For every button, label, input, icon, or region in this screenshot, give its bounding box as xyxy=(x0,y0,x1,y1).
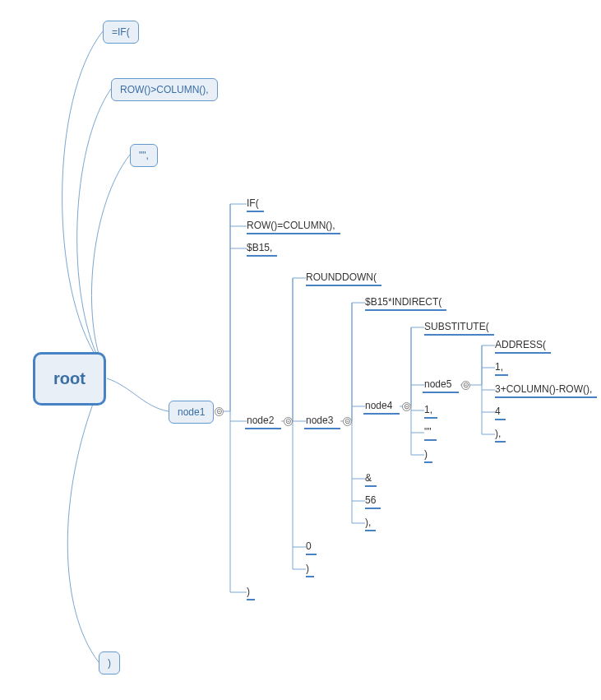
leaf-row-eq-col: ROW()=COLUMN(), xyxy=(247,220,335,233)
leaf-n5-close: ), xyxy=(495,428,501,441)
node-row-gt-col-label: ROW()>COLUMN(), xyxy=(120,84,209,95)
node3-underline xyxy=(304,428,340,429)
node4-label[interactable]: node4 xyxy=(365,400,392,411)
leaf-b15-indirect: $B15*INDIRECT( xyxy=(365,296,442,309)
root-node[interactable]: root xyxy=(33,352,106,406)
leaf-zero: 0 xyxy=(306,540,312,554)
node5-underline xyxy=(423,392,459,393)
root-label: root xyxy=(53,369,86,387)
leaf-n5-four: 4 xyxy=(495,406,501,419)
leaf-if: IF( xyxy=(247,197,259,211)
node-empty-string[interactable]: "", xyxy=(130,144,158,167)
leaf-56: 56 xyxy=(365,494,376,508)
node5-label[interactable]: node5 xyxy=(424,378,451,390)
leaf-rounddown: ROUNDDOWN( xyxy=(306,271,377,285)
node-close-paren[interactable]: ) xyxy=(99,651,120,675)
toggle-node5[interactable]: ⊝ xyxy=(461,381,470,390)
leaf-n4-close: ) xyxy=(424,448,428,461)
node2-underline xyxy=(245,428,281,429)
node1-label: node1 xyxy=(178,406,205,418)
leaf-address: ADDRESS( xyxy=(495,339,546,352)
node-row-gt-col[interactable]: ROW()>COLUMN(), xyxy=(111,78,218,101)
leaf-n5-expr: 3+COLUMN()-ROW(), xyxy=(495,383,592,396)
leaf-n4-empty: "" xyxy=(424,426,432,439)
node3-label[interactable]: node3 xyxy=(306,415,333,426)
node-if[interactable]: =IF( xyxy=(103,21,139,44)
leaf-n1-close: ) xyxy=(247,586,250,599)
toggle-node4[interactable]: ⊝ xyxy=(402,402,411,411)
node2-label[interactable]: node2 xyxy=(247,415,274,426)
toggle-node2[interactable]: ⊝ xyxy=(284,417,293,426)
toggle-node3[interactable]: ⊝ xyxy=(343,417,352,426)
leaf-n4-one: 1, xyxy=(424,404,432,417)
leaf-n2-close: ) xyxy=(306,563,309,576)
node1[interactable]: node1 xyxy=(169,401,214,424)
leaf-n3-close: ), xyxy=(365,517,371,530)
leaf-amp: & xyxy=(365,472,372,485)
node4-underline xyxy=(363,413,400,415)
node-empty-string-label: "", xyxy=(139,150,149,161)
node-close-paren-label: ) xyxy=(108,657,111,669)
leaf-n5-one: 1, xyxy=(495,361,503,374)
leaf-b15: $B15, xyxy=(247,242,272,255)
node-if-label: =IF( xyxy=(112,26,130,38)
toggle-node1[interactable]: ⊝ xyxy=(215,407,224,416)
leaf-substitute: SUBSTITUTE( xyxy=(424,321,489,334)
